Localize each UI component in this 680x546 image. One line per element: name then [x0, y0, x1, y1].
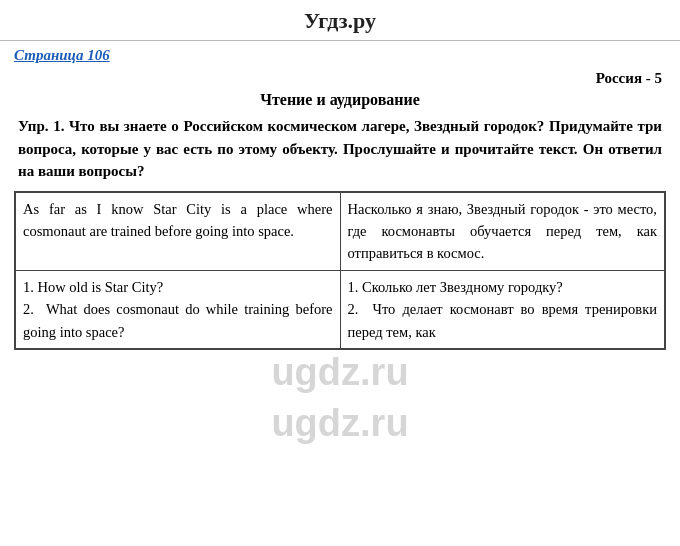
table-row: As far as I know Star City is a place wh… [16, 192, 665, 270]
table-cell-ru-2: 1. Сколько лет Звездному городку?2. Что … [340, 270, 665, 348]
site-title: Угдз.ру [0, 0, 680, 41]
table-cell-en-1: As far as I know Star City is a place wh… [16, 192, 341, 270]
table-cell-en-2: 1. How old is Star City?2. What does cos… [16, 270, 341, 348]
russia-label: Россия - 5 [0, 70, 680, 87]
table-row: 1. How old is Star City?2. What does cos… [16, 270, 665, 348]
watermark-bottom: ugdz.ru [271, 351, 408, 394]
watermark-top: ugdz.ru [271, 402, 408, 445]
page-link[interactable]: Страница 106 [14, 47, 110, 64]
exercise-text: Упр. 1. Что вы знаете о Российском косми… [0, 115, 680, 183]
table-cell-ru-1: Насколько я знаю, Звездный городок - это… [340, 192, 665, 270]
content-table: As far as I know Star City is a place wh… [15, 192, 665, 350]
content-table-area: ugdz.ru As far as I know Star City is a … [14, 191, 666, 351]
section-title: Чтение и аудирование [0, 91, 680, 109]
